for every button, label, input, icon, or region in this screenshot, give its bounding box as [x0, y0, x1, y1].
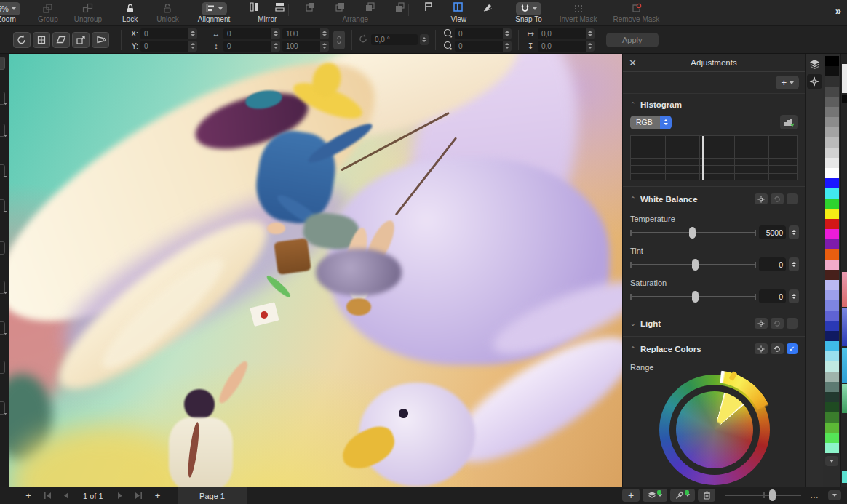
palette-swatch[interactable] — [825, 290, 839, 300]
palette-swatch[interactable] — [825, 372, 839, 382]
pick-color-dropdown[interactable] — [670, 489, 695, 502]
replace-colors-reset-button[interactable] — [771, 343, 784, 354]
distribute-y-stepper[interactable] — [586, 41, 595, 52]
tint-value[interactable]: 0 — [759, 257, 786, 271]
bring-front-button[interactable] — [335, 1, 346, 15]
crop-tool-button[interactable] — [33, 32, 50, 48]
width-input[interactable]: 0 — [223, 28, 280, 39]
outline-view-button[interactable] — [482, 1, 493, 15]
height-stepper[interactable] — [271, 41, 280, 52]
histogram-channel-select[interactable]: RGB — [630, 116, 672, 129]
rotation-stepper[interactable] — [420, 34, 429, 45]
constrain-proportions-button[interactable] — [333, 31, 345, 49]
palette-swatch[interactable] — [825, 219, 839, 229]
height-percent-stepper[interactable] — [320, 41, 329, 52]
palette-swatch[interactable] — [825, 443, 839, 453]
tint-slider[interactable] — [630, 258, 756, 271]
first-page-button[interactable] — [38, 487, 57, 504]
palette-swatch[interactable] — [825, 229, 839, 239]
palette-swatch[interactable] — [825, 412, 839, 423]
width-stepper[interactable] — [271, 28, 280, 39]
palette-swatch[interactable] — [825, 402, 839, 412]
shear-y-input[interactable]: 0 — [455, 41, 512, 52]
palette-swatch[interactable] — [825, 117, 839, 127]
adjustments-panel-tab[interactable] — [807, 74, 822, 89]
width-percent-input[interactable]: 100 — [282, 28, 329, 39]
group-button[interactable]: Group — [38, 0, 58, 26]
palette-swatch[interactable] — [825, 168, 839, 178]
send-backward-button[interactable] — [365, 1, 375, 15]
slider-thumb[interactable] — [769, 489, 776, 501]
scale-tool-button[interactable] — [72, 32, 90, 48]
palette-swatch[interactable] — [825, 178, 839, 188]
tool-fragment[interactable] — [0, 57, 5, 70]
palette-swatch[interactable] — [825, 260, 839, 270]
palette-expand-button[interactable] — [825, 456, 838, 466]
delete-color-button[interactable] — [698, 489, 715, 502]
x-input[interactable]: 0 — [140, 28, 197, 39]
send-back-button[interactable] — [394, 1, 405, 15]
bring-forward-button[interactable] — [305, 1, 316, 15]
collapse-chevron-icon[interactable]: ⌃ — [630, 196, 640, 203]
add-page-button-2[interactable]: + — [148, 487, 167, 504]
palette-swatch[interactable] — [825, 331, 839, 341]
palette-swatch[interactable] — [825, 137, 839, 148]
tool-fragment[interactable] — [0, 361, 5, 374]
palette-swatch[interactable] — [825, 311, 839, 321]
wb-reset-button[interactable] — [771, 193, 784, 204]
temperature-slider[interactable] — [630, 226, 756, 239]
last-page-button[interactable] — [130, 487, 148, 504]
distribute-y-input[interactable]: 0,0 — [538, 41, 595, 52]
mirror-vertical-button[interactable] — [274, 1, 285, 15]
palette-swatch[interactable] — [825, 361, 839, 372]
zoom-control[interactable]: 5% Zoom — [0, 0, 20, 26]
collapse-chevron-icon[interactable]: ⌃ — [630, 345, 640, 353]
y-stepper[interactable] — [188, 41, 197, 52]
rotation-input[interactable]: 0,0 ° — [371, 34, 418, 45]
palette-swatch[interactable] — [825, 249, 839, 260]
palette-swatch[interactable] — [825, 148, 839, 158]
replace-colors-options-button[interactable] — [755, 343, 768, 354]
shear-x-stepper[interactable] — [503, 28, 512, 39]
palette-expand-button-2[interactable] — [828, 490, 841, 500]
temperature-value[interactable]: 5000 — [759, 225, 786, 239]
add-layer-color-dropdown[interactable] — [643, 489, 667, 502]
snap-to-control[interactable]: Snap To — [515, 0, 542, 26]
replace-colors-enabled-checkbox[interactable]: ✓ — [787, 343, 798, 354]
color-wheel[interactable] — [623, 373, 805, 487]
add-adjustment-button[interactable]: + — [776, 76, 799, 89]
ungroup-button[interactable]: Ungroup — [74, 0, 102, 26]
height-input[interactable]: 0 — [223, 41, 280, 52]
palette-swatch[interactable] — [825, 300, 839, 311]
alignment-control[interactable]: Alignment — [198, 0, 230, 26]
palette-swatch[interactable] — [825, 127, 839, 137]
palette-swatch[interactable] — [825, 270, 839, 280]
slider-thumb[interactable] — [689, 227, 696, 239]
palette-swatch[interactable] — [825, 433, 839, 443]
x-stepper[interactable] — [188, 28, 197, 39]
page-tab[interactable]: Page 1 — [178, 487, 247, 504]
artboard-view-button[interactable] — [453, 1, 464, 15]
slider-thumb[interactable] — [692, 259, 699, 271]
palette-swatch[interactable] — [825, 382, 839, 392]
canvas-artwork[interactable] — [9, 54, 622, 487]
tolerance-slider[interactable] — [725, 489, 801, 502]
light-reset-button[interactable] — [771, 318, 784, 329]
layers-panel-tab[interactable] — [807, 57, 822, 71]
saturation-value[interactable]: 0 — [759, 289, 786, 303]
add-replace-color-button[interactable]: + — [622, 489, 640, 502]
invert-mask-button[interactable]: Invert Mask — [560, 0, 597, 26]
tint-stepper[interactable] — [789, 257, 799, 271]
unlock-button[interactable]: Unlock — [156, 0, 179, 26]
perspective-tool-button[interactable] — [92, 32, 109, 48]
temperature-stepper[interactable] — [789, 225, 799, 239]
rotate-tool-button[interactable] — [13, 32, 31, 48]
collapse-chevron-icon[interactable]: ⌃ — [630, 101, 640, 108]
next-page-button[interactable] — [111, 487, 130, 504]
lock-button[interactable]: Lock — [122, 0, 138, 26]
zoom-dropdown[interactable]: 5% — [0, 2, 20, 15]
slider-thumb[interactable] — [692, 291, 699, 303]
palette-swatch[interactable] — [825, 341, 839, 351]
shear-y-stepper[interactable] — [503, 41, 512, 52]
palette-swatch[interactable] — [825, 107, 839, 117]
